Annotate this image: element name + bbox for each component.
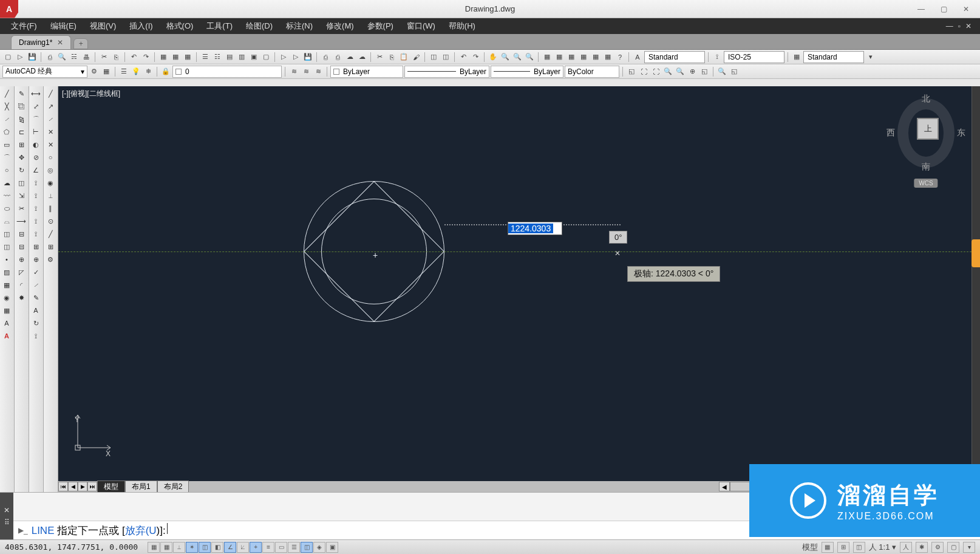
design-center-icon[interactable]: ☷	[212, 52, 223, 63]
et4-icon[interactable]: ✕	[44, 126, 57, 138]
sheet-set-icon[interactable]: ▥	[236, 52, 247, 63]
document-tab[interactable]: Drawing1* ✕	[11, 35, 71, 49]
sb-r1-icon[interactable]: ▦	[822, 542, 834, 553]
menu-format[interactable]: 格式(O)	[160, 19, 200, 33]
viewcube-west[interactable]: 西	[886, 128, 895, 138]
block2-icon[interactable]: ◫	[440, 52, 451, 63]
polygon-icon[interactable]: ⬠	[0, 126, 13, 138]
palette5-icon[interactable]: ▦	[590, 52, 601, 63]
tablestyle-icon[interactable]: ▦	[791, 52, 802, 63]
dim-tedit-icon[interactable]: A	[29, 304, 43, 316]
dim-break-icon[interactable]: ⟟	[29, 228, 43, 240]
et11-icon[interactable]: ⊙	[44, 215, 57, 227]
layer-tool2-icon[interactable]: ≋	[301, 66, 311, 77]
dynamic-length-input[interactable]: 1224.0303	[508, 222, 562, 235]
annotation-scale[interactable]: 人 1:1 ▾	[869, 542, 896, 553]
sb-r4-icon[interactable]: 人	[900, 542, 912, 553]
redo-icon[interactable]: ↷	[140, 52, 151, 63]
fillet-icon[interactable]: ◜	[15, 279, 28, 291]
ellipse-icon[interactable]: ⬭	[0, 202, 13, 214]
viewcube[interactable]: 上 北 东 南 西 WCS	[893, 94, 959, 173]
nav4-icon[interactable]: 🔍	[662, 66, 673, 77]
hscroll-left-icon[interactable]: ◀	[719, 482, 730, 491]
side-panel-handle[interactable]	[971, 239, 980, 267]
paste-icon[interactable]: 📋	[398, 52, 409, 63]
array-icon[interactable]: ⊞	[15, 138, 28, 151]
addsel-icon[interactable]: A	[0, 330, 13, 342]
et3-icon[interactable]: ⟋	[44, 113, 57, 125]
dim-aligned-icon[interactable]: ⤢	[29, 100, 43, 112]
et5-icon[interactable]: ✕	[44, 138, 57, 151]
qp-toggle[interactable]: ☰	[288, 542, 300, 553]
copy2-icon[interactable]: ⎘	[386, 52, 397, 63]
zoom-win-icon[interactable]: 🔍	[512, 52, 523, 63]
move-icon[interactable]: ✥	[15, 151, 28, 163]
new-icon[interactable]: ▢	[2, 52, 13, 63]
menu-modify[interactable]: 修改(M)	[320, 19, 360, 33]
dim-baseline-icon[interactable]: ⟟	[29, 190, 43, 202]
insert-block-icon[interactable]: ◫	[0, 228, 13, 240]
point-icon[interactable]: •	[0, 253, 13, 265]
viewcube-face-top[interactable]: 上	[917, 118, 939, 140]
dimstyle-icon[interactable]: ⟟	[712, 52, 723, 63]
undo-icon[interactable]: ↶	[128, 52, 139, 63]
et13-icon[interactable]: ⊞	[44, 241, 57, 253]
dim-arc-icon[interactable]: ⌒	[29, 113, 43, 125]
lineweight-select[interactable]: ByLayer	[491, 66, 563, 78]
dim-update-icon[interactable]: ↻	[29, 317, 43, 329]
layer-tool1-icon[interactable]: ≋	[288, 66, 299, 77]
dim-diameter-icon[interactable]: ⊘	[29, 151, 43, 163]
tpy-toggle[interactable]: ▭	[275, 542, 287, 553]
sb-r8-icon[interactable]: ▾	[963, 542, 975, 553]
layer-select[interactable]: 0	[172, 66, 282, 78]
undo2-icon[interactable]: ↶	[458, 52, 469, 63]
et8-icon[interactable]: ◉	[44, 177, 57, 189]
et7-icon[interactable]: ◎	[44, 164, 57, 176]
model-label[interactable]: 模型	[802, 542, 818, 553]
nav9-icon[interactable]: ◱	[729, 66, 740, 77]
model-toggle[interactable]: ▣	[326, 542, 338, 553]
redo2-icon[interactable]: ↷	[470, 52, 481, 63]
coordinate-display[interactable]: 4085.6301, 1747.7751, 0.0000	[5, 542, 138, 552]
menu-file[interactable]: 文件(F)	[5, 19, 43, 33]
match-icon[interactable]: 🖌	[410, 52, 421, 63]
sb-r7-icon[interactable]: ▢	[947, 542, 959, 553]
polyline-icon[interactable]: ⟋	[0, 113, 13, 125]
osnap-toggle[interactable]: ◫	[199, 542, 211, 553]
hatch-icon[interactable]: ▨	[0, 266, 13, 278]
et2-icon[interactable]: ↗	[44, 100, 57, 112]
menu-window[interactable]: 窗口(W)	[401, 19, 441, 33]
mdi-close-icon[interactable]: ✕	[965, 22, 971, 30]
grid2-icon[interactable]: ▦	[170, 52, 181, 63]
print2-icon[interactable]: ⎙	[320, 52, 331, 63]
viewcube-south[interactable]: 南	[922, 162, 930, 173]
command-close-icon[interactable]: ✕	[4, 506, 10, 515]
erase-icon[interactable]: ✎	[15, 87, 28, 100]
wcs-badge[interactable]: WCS	[914, 179, 937, 188]
close-button[interactable]: ✕	[963, 5, 969, 13]
copy-obj-icon[interactable]: ⿻	[15, 100, 28, 112]
copy-icon[interactable]: ⎘	[111, 52, 121, 63]
menu-help[interactable]: 帮助(H)	[443, 19, 481, 33]
workspace-settings-icon[interactable]: ⚙	[89, 66, 100, 77]
help-icon[interactable]: ?	[614, 52, 625, 63]
layout-first-icon[interactable]: ⏮	[58, 482, 68, 491]
mdi-restore-icon[interactable]: ▫	[958, 22, 961, 30]
line-icon[interactable]: ╱	[0, 87, 13, 100]
layer-lock-icon[interactable]: 🔒	[160, 66, 171, 77]
am-toggle[interactable]: ◈	[313, 542, 325, 553]
tolerance-icon[interactable]: ⊞	[29, 241, 43, 253]
grid-icon[interactable]: ▦	[158, 52, 169, 63]
mdi-minimize-icon[interactable]: —	[946, 22, 953, 30]
zoom-prev-icon[interactable]: 🔍	[524, 52, 535, 63]
open3-icon[interactable]: ▷	[290, 52, 301, 63]
layer-on-icon[interactable]: 💡	[131, 66, 141, 77]
palette6-icon[interactable]: ▦	[602, 52, 613, 63]
dim-space-icon[interactable]: ⟟	[29, 215, 43, 227]
plotstyle-select[interactable]: ByColor	[565, 66, 619, 78]
mtext-icon[interactable]: A	[0, 317, 13, 329]
linetype-select[interactable]: ByLayer	[404, 66, 489, 78]
sb-r2-icon[interactable]: ⊞	[837, 542, 849, 553]
otrack-toggle[interactable]: ∠	[224, 542, 236, 553]
et10-icon[interactable]: ∥	[44, 202, 57, 214]
